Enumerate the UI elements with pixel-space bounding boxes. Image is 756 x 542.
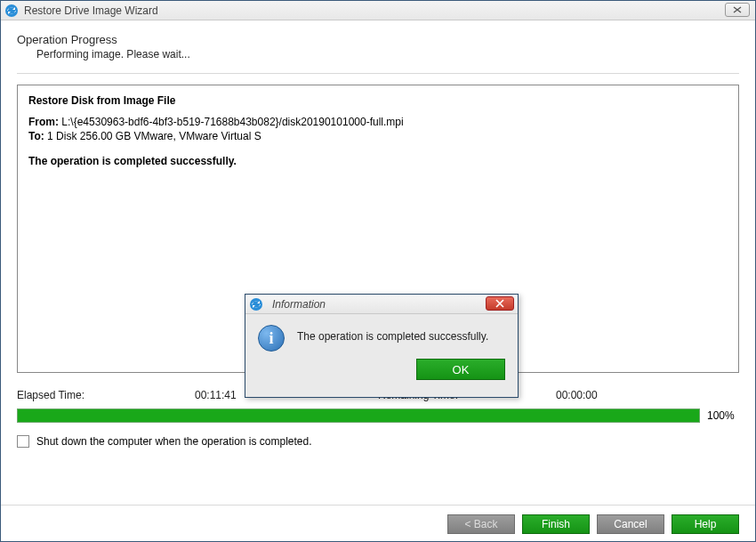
page-heading: Operation Progress (17, 33, 739, 46)
finish-button[interactable]: Finish (522, 514, 590, 534)
log-title: Restore Disk from Image File (28, 94, 728, 107)
dialog-app-icon (249, 297, 263, 311)
divider (17, 73, 739, 74)
dialog-titlebar: Information (245, 295, 518, 314)
cancel-button[interactable]: Cancel (597, 514, 664, 534)
info-icon: i (258, 325, 285, 352)
dialog-buttons: OK (245, 359, 518, 389)
remaining-time-value: 00:00:00 (556, 389, 598, 401)
shutdown-checkbox[interactable] (17, 435, 29, 448)
wizard-window: Restore Drive Image Wizard Operation Pro… (0, 0, 756, 542)
titlebar: Restore Drive Image Wizard (1, 1, 755, 20)
log-to-label: To: (28, 130, 44, 142)
elapsed-time-value: 00:11:41 (195, 389, 237, 401)
back-button[interactable]: < Back (447, 514, 515, 534)
dialog-title: Information (272, 298, 326, 311)
window-close-button[interactable] (725, 3, 750, 17)
shutdown-label: Shut down the computer when the operatio… (36, 435, 312, 448)
progress-percent: 100% (707, 409, 739, 422)
log-to-value: 1 Disk 256.00 GB VMware, VMware Virtual … (47, 130, 261, 142)
log-from-label: From: (28, 116, 59, 128)
dialog-body: i The operation is completed successfull… (245, 314, 518, 359)
elapsed-time-label: Elapsed Time: (17, 389, 195, 401)
shutdown-row: Shut down the computer when the operatio… (17, 435, 739, 448)
progress-row: 100% (17, 409, 739, 423)
app-icon (4, 4, 19, 18)
page-subheading: Performing image. Please wait... (17, 46, 739, 61)
log-from-line: From: L:\{e4530963-bdf6-4bf3-b519-71688b… (28, 116, 728, 128)
dialog-close-button[interactable] (486, 296, 514, 311)
progress-bar (17, 409, 700, 423)
information-dialog: Information i The operation is completed… (245, 294, 519, 398)
log-to-line: To: 1 Disk 256.00 GB VMware, VMware Virt… (28, 130, 728, 142)
ok-button[interactable]: OK (416, 359, 505, 380)
wizard-buttons: < Back Finish Cancel Help (1, 505, 755, 534)
window-title: Restore Drive Image Wizard (24, 4, 158, 17)
log-from-value: L:\{e4530963-bdf6-4bf3-b519-71688b43b082… (61, 116, 403, 128)
log-success-message: The operation is completed successfully. (28, 155, 728, 167)
help-button[interactable]: Help (672, 514, 739, 534)
dialog-message: The operation is completed successfully. (297, 325, 488, 343)
progress-fill (18, 409, 699, 422)
